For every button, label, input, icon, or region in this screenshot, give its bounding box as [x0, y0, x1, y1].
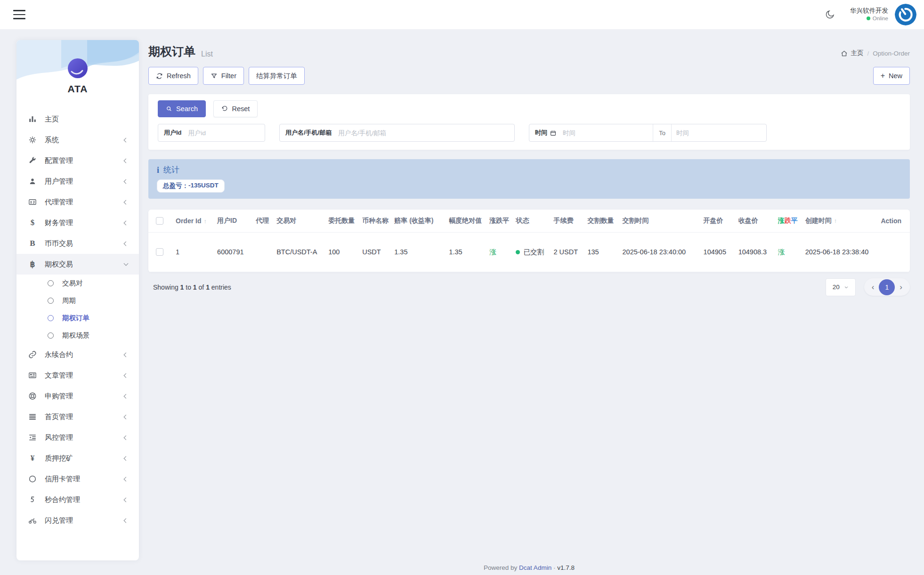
filter-user-id-group: 用户Id — [158, 124, 265, 142]
col-trading-pair: 交易对 — [273, 210, 324, 232]
col-coin: 币种名称 — [358, 210, 390, 232]
sidebar-item-risk[interactable]: 风控管理 — [16, 427, 139, 448]
chevron-left-icon — [124, 435, 129, 440]
chevron-left-icon — [124, 179, 129, 184]
user-name-input[interactable] — [333, 130, 514, 137]
cell-settle-time: 2025-06-18 23:40:00 — [619, 232, 700, 272]
chevron-left-icon — [124, 518, 129, 523]
sidebar-item-system[interactable]: 系统 — [16, 130, 139, 150]
cell-amount: 100 — [324, 232, 358, 272]
chevron-left-icon — [124, 456, 129, 461]
time-from-input[interactable] — [558, 130, 653, 137]
newspaper-icon — [27, 371, 38, 380]
sidebar-item-credit-card[interactable]: 信用卡管理 — [16, 469, 139, 489]
sidebar-item-options-trade[interactable]: ฿ 期权交易 — [16, 254, 139, 275]
hamburger-menu-icon[interactable] — [13, 10, 25, 19]
col-agent: 代理 — [252, 210, 273, 232]
table-row: 1 6000791 BTC/USDT-A 100 USDT 1.35 1.35 … — [148, 232, 910, 272]
bitcoin-icon: ฿ — [27, 259, 38, 269]
dcat-admin-link[interactable]: Dcat Admin — [519, 564, 551, 571]
row-checkbox[interactable] — [156, 248, 163, 256]
chevron-left-icon — [124, 158, 129, 163]
col-created-at[interactable]: 创建时间↑ — [802, 210, 872, 232]
status-dot-icon — [516, 250, 520, 254]
refresh-button[interactable]: Refresh — [148, 67, 198, 85]
sidebar-item-users[interactable]: 用户管理 — [16, 171, 139, 192]
circle-icon — [48, 298, 54, 304]
entries-summary: Showing 1 to 1 of 1 entries — [153, 283, 231, 291]
cell-trading-pair: BTC/USDT-A — [273, 232, 324, 272]
breadcrumb-home-link[interactable]: 主页 — [841, 49, 863, 57]
cell-agent — [252, 232, 273, 272]
chevron-down-icon — [844, 285, 849, 290]
prev-page-button[interactable]: ‹ — [867, 283, 879, 291]
new-button[interactable]: + New — [873, 67, 910, 85]
cell-status: 已交割 — [512, 232, 550, 272]
time-range-to-label: To — [653, 124, 672, 141]
filter-button[interactable]: Filter — [203, 67, 244, 85]
sort-asc-icon: ↑ — [203, 218, 207, 225]
outdent-icon — [27, 433, 38, 442]
circle-icon — [48, 315, 54, 321]
sidebar-item-seconds-contract[interactable]: 秒合约管理 — [16, 489, 139, 510]
dark-mode-toggle[interactable] — [822, 7, 838, 23]
reset-button[interactable]: Reset — [213, 100, 258, 117]
chevron-left-icon — [124, 200, 129, 204]
funnel-icon — [211, 73, 218, 80]
filter-time-label: 时间 — [529, 129, 558, 137]
chevron-down-icon — [124, 261, 129, 266]
time-to-input[interactable] — [672, 130, 766, 137]
avatar[interactable] — [895, 4, 916, 25]
breadcrumb-divider: / — [867, 50, 869, 57]
sidebar-item-subscription[interactable]: 申购管理 — [16, 386, 139, 406]
moon-icon — [825, 9, 835, 20]
cell-settle-amount: 135 — [584, 232, 618, 272]
five-icon — [27, 495, 38, 504]
page-size-select[interactable]: 20 — [826, 278, 856, 296]
dollar-icon: $ — [27, 218, 38, 227]
sidebar-item-home[interactable]: 主页 — [16, 109, 139, 130]
settle-abnormal-orders-button[interactable]: 结算异常订单 — [249, 67, 305, 85]
options-submenu: 交易对 周期 期权订单 期权场景 — [16, 275, 139, 344]
brand-name: ATA — [16, 83, 139, 95]
select-all-checkbox[interactable] — [156, 217, 163, 225]
sidebar-item-staking[interactable]: ¥ 质押挖矿 — [16, 448, 139, 469]
filter-user-id-label: 用户Id — [158, 129, 184, 137]
sidebar-subitem-trading-pairs[interactable]: 交易对 — [16, 275, 139, 292]
current-page-button[interactable]: 1 — [879, 279, 895, 295]
sidebar-subitem-periods[interactable]: 周期 — [16, 292, 139, 309]
sidebar-subitem-option-orders[interactable]: 期权订单 — [16, 309, 139, 327]
next-page-button[interactable]: › — [895, 283, 907, 291]
chevron-left-icon — [124, 394, 129, 398]
sidebar-subitem-option-scenes[interactable]: 期权场景 — [16, 327, 139, 344]
user-id-input[interactable] — [184, 130, 265, 137]
page-title: 期权订单 — [148, 44, 195, 59]
sort-asc-icon: ↑ — [834, 217, 837, 224]
col-direction: 涨跌平 — [486, 210, 512, 232]
sidebar-item-perpetual[interactable]: 永续合约 — [16, 344, 139, 365]
online-status: Online — [873, 15, 888, 22]
sidebar-item-config[interactable]: 配置管理 — [16, 150, 139, 171]
cell-user-id: 6000791 — [213, 232, 252, 272]
sidebar-item-spot-trade[interactable]: B 币币交易 — [16, 233, 139, 254]
motorcycle-icon — [27, 516, 38, 525]
sidebar-item-agents[interactable]: 代理管理 — [16, 192, 139, 212]
chevron-left-icon — [124, 352, 129, 357]
sidebar-item-articles[interactable]: 文章管理 — [16, 365, 139, 386]
sidebar-item-flash-swap[interactable]: 闪兑管理 — [16, 510, 139, 531]
col-order-id[interactable]: Order Id↑ — [172, 210, 213, 232]
search-button[interactable]: Search — [158, 100, 206, 117]
search-panel: Search Reset 用户Id 用户名/手机/邮箱 时间 — [148, 94, 910, 150]
cell-open-price: 104905 — [700, 232, 735, 272]
chevron-left-icon — [124, 497, 129, 502]
col-open-price: 开盘价 — [700, 210, 735, 232]
user-name: 华兴软件开发 — [850, 7, 888, 15]
toolbar: Refresh Filter 结算异常订单 + New — [148, 67, 910, 85]
sidebar-item-homepage[interactable]: 首页管理 — [16, 406, 139, 427]
orders-table-card: Order Id↑ 用户ID 代理 交易对 委托数量 币种名称 赔率 (收益率)… — [148, 210, 910, 272]
cell-created-at: 2025-06-18 23:38:40 — [802, 232, 872, 272]
sidebar-item-finance[interactable]: $ 财务管理 — [16, 212, 139, 233]
chart-bar-icon — [27, 115, 38, 123]
col-odds: 赔率 (收益率) — [390, 210, 445, 232]
user-menu[interactable]: 华兴软件开发 Online — [850, 7, 888, 22]
